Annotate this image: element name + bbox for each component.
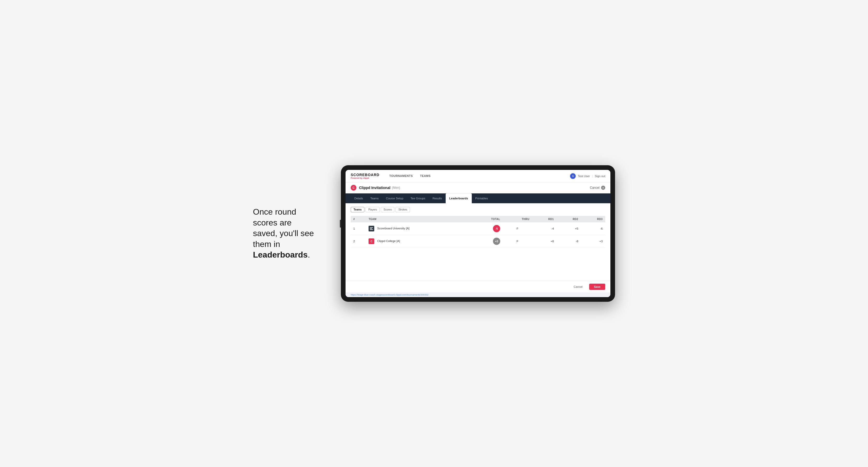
pipe-separator: |: [592, 175, 593, 178]
col-rd2: RD2: [556, 216, 581, 222]
filter-players-button[interactable]: Players: [366, 207, 380, 212]
team-cell: Scoreboard University [A]: [366, 222, 470, 235]
filter-row: Teams Players Scores Strokes: [351, 207, 605, 212]
thru-cell-2: F: [503, 235, 532, 248]
tournament-gender: (Men): [392, 186, 400, 190]
tab-details[interactable]: Details: [351, 193, 367, 203]
team-logo-lines: [369, 226, 374, 231]
desc-line2: scores are: [253, 218, 291, 227]
tab-tee-groups[interactable]: Tee Groups: [407, 193, 429, 203]
status-url: https://stage-blue-coach.stagesscoreboar…: [351, 293, 429, 296]
logo-line-2: [370, 228, 372, 229]
cancel-header-button[interactable]: Cancel ✕: [590, 186, 605, 190]
tab-teams[interactable]: Teams: [367, 193, 382, 203]
content-area: Teams Players Scores Strokes # TEAM TOTA…: [345, 203, 610, 281]
tab-printables[interactable]: Printables: [472, 193, 492, 203]
filter-scores-button[interactable]: Scores: [381, 207, 395, 212]
desc-line4: them in: [253, 240, 280, 249]
rank-cell: 1: [351, 222, 366, 235]
desc-line3: saved, you'll see: [253, 228, 314, 238]
tablet-screen: SCOREBOARD Powered by clippd TOURNAMENTS…: [345, 170, 610, 297]
col-rd3: RD3: [581, 216, 605, 222]
cancel-button[interactable]: Cancel: [569, 284, 587, 290]
logo-line-3: [370, 229, 373, 230]
tournament-header: C Clippd Invitational (Men) Cancel ✕: [345, 182, 610, 193]
nav-teams[interactable]: TEAMS: [416, 170, 434, 182]
page-wrapper: Once round scores are saved, you'll see …: [253, 165, 615, 302]
nav-right: S Test User | Sign out: [570, 173, 605, 179]
desc-line5-bold: Leaderboards: [253, 250, 308, 259]
sign-out-link[interactable]: Sign out: [595, 175, 605, 178]
rank-cell: 2: [351, 235, 366, 248]
sub-navigation: Details Teams Course Setup Tee Groups Re…: [345, 193, 610, 203]
score-badge-red: -5: [493, 225, 500, 232]
close-icon[interactable]: ✕: [601, 186, 605, 190]
left-description: Once round scores are saved, you'll see …: [253, 207, 326, 260]
col-team: TEAM: [366, 216, 470, 222]
user-avatar: S: [570, 173, 576, 179]
user-name: Test User: [578, 175, 590, 178]
rd3-cell-1: -6: [581, 222, 605, 235]
footer-bar: Cancel Save: [345, 281, 610, 292]
leaderboard-table: # TEAM TOTAL THRU RD1 RD2 RD3 1: [351, 216, 605, 248]
desc-line1: Once round: [253, 207, 296, 216]
rd3-cell-2: +3: [581, 235, 605, 248]
nav-links: TOURNAMENTS TEAMS: [385, 170, 434, 182]
team-name-2: Clippd College [A]: [377, 240, 400, 243]
status-bar: https://stage-blue-coach.stagesscoreboar…: [345, 292, 610, 297]
logo-line-1: [370, 227, 373, 228]
team-logo-scoreboard: [369, 226, 374, 231]
tablet-device: SCOREBOARD Powered by clippd TOURNAMENTS…: [341, 165, 615, 302]
team-name-1: Scoreboard University [A]: [377, 227, 409, 230]
logo-area: SCOREBOARD Powered by clippd: [351, 173, 379, 179]
cancel-header-label: Cancel: [590, 186, 599, 190]
save-button[interactable]: Save: [589, 284, 605, 290]
rd2-cell-2: -8: [556, 235, 581, 248]
col-thru: THRU: [503, 216, 532, 222]
team-logo-clippd: C: [369, 239, 374, 244]
filter-teams-button[interactable]: Teams: [351, 207, 365, 212]
tablet-side-button: [340, 220, 341, 227]
score-badge-gray: +3: [493, 238, 500, 245]
col-total: TOTAL: [470, 216, 503, 222]
top-navigation: SCOREBOARD Powered by clippd TOURNAMENTS…: [345, 170, 610, 182]
tab-results[interactable]: Results: [429, 193, 446, 203]
app-logo: SCOREBOARD: [351, 173, 379, 177]
total-cell-1: -5: [470, 222, 503, 235]
rd1-cell-2: +8: [532, 235, 556, 248]
tab-leaderboards[interactable]: Leaderboards: [446, 193, 472, 203]
table-header-row: # TEAM TOTAL THRU RD1 RD2 RD3: [351, 216, 605, 222]
table-row: 1 Scoreboard University [A]: [351, 222, 605, 235]
tournament-icon: C: [351, 185, 356, 191]
tab-course-setup[interactable]: Course Setup: [382, 193, 407, 203]
powered-by: Powered by clippd: [351, 177, 379, 179]
col-rank: #: [351, 216, 366, 222]
team-cell: C Clippd College [A]: [366, 235, 470, 248]
filter-strokes-button[interactable]: Strokes: [396, 207, 410, 212]
period: .: [308, 250, 310, 259]
total-cell-2: +3: [470, 235, 503, 248]
tournament-name: Clippd Invitational: [359, 186, 390, 190]
col-rd1: RD1: [532, 216, 556, 222]
nav-tournaments[interactable]: TOURNAMENTS: [385, 170, 416, 182]
rd2-cell-1: +5: [556, 222, 581, 235]
rd1-cell-1: -4: [532, 222, 556, 235]
thru-cell-1: F: [503, 222, 532, 235]
table-row: 2 C Clippd College [A] +3 F +8 -8 +3: [351, 235, 605, 248]
